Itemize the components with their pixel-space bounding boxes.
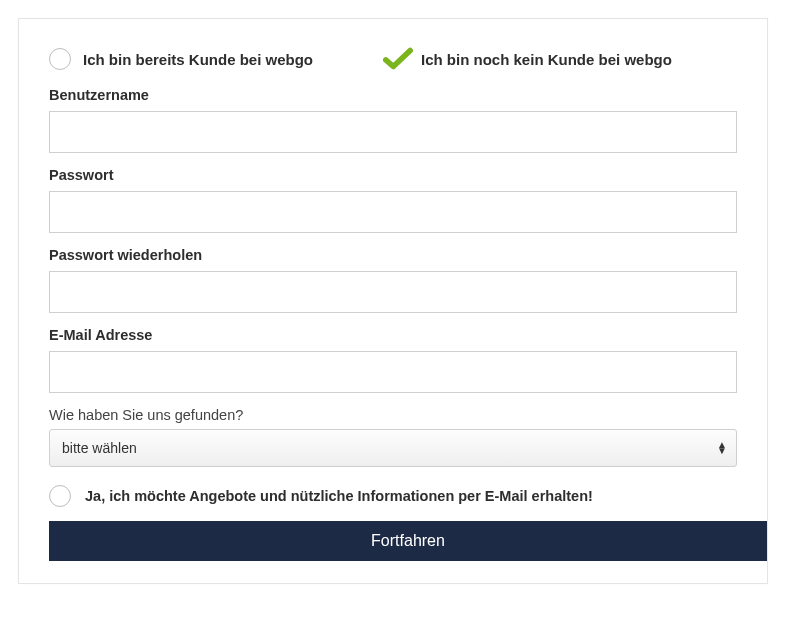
- password-repeat-input[interactable]: [49, 271, 737, 313]
- password-repeat-label: Passwort wiederholen: [49, 247, 737, 263]
- radio-unchecked-icon: [49, 48, 71, 70]
- field-password: Passwort: [49, 167, 737, 233]
- option-new-label: Ich bin noch kein Kunde bei webgo: [421, 51, 672, 68]
- continue-button[interactable]: Fortfahren: [49, 521, 767, 561]
- username-input[interactable]: [49, 111, 737, 153]
- registration-panel: Ich bin bereits Kunde bei webgo Ich bin …: [18, 18, 768, 584]
- how-found-label: Wie haben Sie uns gefunden?: [49, 407, 737, 423]
- how-found-select-wrap: bitte wählen ▲▼: [49, 429, 737, 467]
- option-new-customer[interactable]: Ich bin noch kein Kunde bei webgo: [383, 47, 672, 71]
- consent-label: Ja, ich möchte Angebote und nützliche In…: [85, 488, 593, 504]
- password-label: Passwort: [49, 167, 737, 183]
- username-label: Benutzername: [49, 87, 737, 103]
- field-password-repeat: Passwort wiederholen: [49, 247, 737, 313]
- radio-unchecked-icon: [49, 485, 71, 507]
- field-how-found: Wie haben Sie uns gefunden? bitte wählen…: [49, 407, 737, 467]
- checkmark-icon: [383, 47, 413, 71]
- field-username: Benutzername: [49, 87, 737, 153]
- password-input[interactable]: [49, 191, 737, 233]
- option-existing-label: Ich bin bereits Kunde bei webgo: [83, 51, 313, 68]
- email-input[interactable]: [49, 351, 737, 393]
- email-label: E-Mail Adresse: [49, 327, 737, 343]
- option-existing-customer[interactable]: Ich bin bereits Kunde bei webgo: [49, 48, 313, 70]
- consent-checkbox[interactable]: Ja, ich möchte Angebote und nützliche In…: [49, 485, 737, 507]
- field-email: E-Mail Adresse: [49, 327, 737, 393]
- how-found-select[interactable]: bitte wählen: [49, 429, 737, 467]
- customer-type-row: Ich bin bereits Kunde bei webgo Ich bin …: [49, 47, 737, 71]
